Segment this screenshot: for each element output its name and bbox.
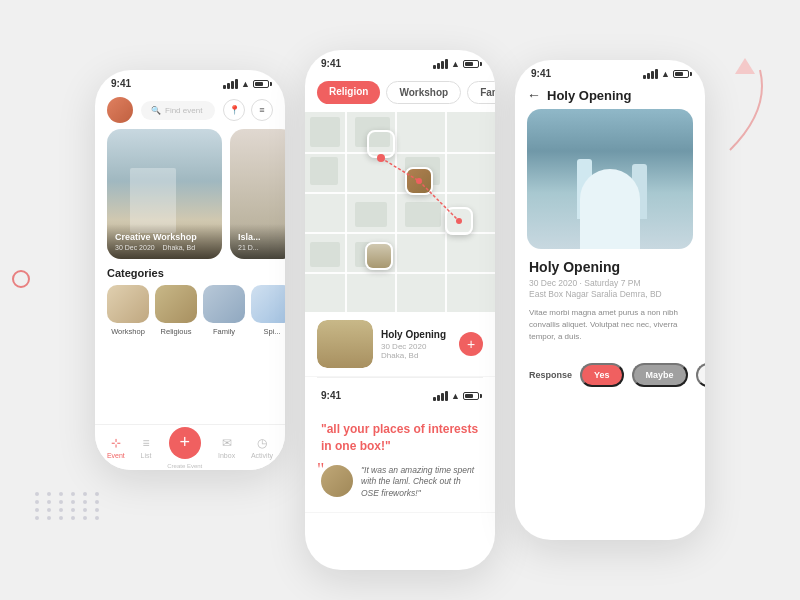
filter-religion[interactable]: Religion [317, 81, 380, 104]
phone2-status-bar-2: 9:41 ▲ [305, 382, 495, 405]
nav-event[interactable]: ⊹ Event [107, 436, 125, 459]
detail-image [527, 109, 693, 249]
event-card-overlay: Creative Workshop 30 Dec 2020 Dhaka, Bd [107, 224, 222, 259]
nav-create-label: Create Event [167, 463, 202, 469]
nav-list-label: List [141, 452, 152, 459]
nav-list[interactable]: ≡ List [141, 436, 152, 459]
maybe-button[interactable]: Maybe [632, 363, 688, 387]
location-icon[interactable]: 📍 [223, 99, 245, 121]
phone2-time: 9:41 [321, 58, 341, 69]
response-section: Response Yes Maybe No [515, 363, 705, 387]
phone3-time: 9:41 [531, 68, 551, 79]
quote-mark: " [317, 461, 324, 479]
nav-create[interactable]: + Create Event [167, 427, 202, 469]
bottom-nav: ⊹ Event ≡ List + Create Event ✉ Inbox ◷ … [95, 424, 285, 470]
nav-inbox[interactable]: ✉ Inbox [218, 436, 235, 459]
no-button[interactable]: No [696, 363, 705, 387]
category-workshop-img [107, 285, 149, 323]
menu-icon[interactable]: ≡ [251, 99, 273, 121]
bg-decoration-circle-left [12, 270, 30, 288]
map-pin-2[interactable] [405, 167, 433, 195]
nav-event-label: Event [107, 452, 125, 459]
category-workshop[interactable]: Workshop [107, 285, 149, 336]
category-workshop-label: Workshop [111, 327, 145, 336]
nav-activity-label: Activity [251, 452, 273, 459]
arch [580, 169, 640, 249]
phone2-wifi-2: ▲ [451, 391, 460, 401]
event-title: Holy Opening [381, 329, 451, 340]
phone-2-map: 9:41 ▲ Religion Workshop Family [305, 50, 495, 570]
phone2-status-icons: ▲ [433, 59, 479, 69]
search-icon: 🔍 [151, 106, 161, 115]
phone3-status-bar: 9:41 ▲ [515, 60, 705, 83]
quote-user: " "It was an amazing time spent with the… [321, 465, 479, 501]
bg-decoration-triangle [735, 58, 755, 74]
categories-section: Categories Workshop Religious Family Spi… [95, 259, 285, 340]
category-religious-img [155, 285, 197, 323]
event-date: 30 Dec 2020 [381, 342, 451, 351]
phone2-time-2: 9:41 [321, 390, 341, 401]
nav-activity[interactable]: ◷ Activity [251, 436, 273, 459]
event-card-2-overlay: Isla... 21 D... [230, 224, 285, 259]
event-list-img [317, 320, 373, 368]
detail-title: Holy Opening [529, 259, 691, 275]
map-pin-1[interactable] [367, 130, 395, 158]
detail-info: Holy Opening 30 Dec 2020 · Saturday 7 PM… [515, 249, 705, 363]
categories-row: Workshop Religious Family Spi... [107, 285, 273, 336]
phone3-header: ← Holy Opening [515, 83, 705, 109]
categories-title: Categories [107, 267, 273, 279]
filter-workshop[interactable]: Workshop [386, 81, 461, 104]
header-icons: 📍 ≡ [223, 99, 273, 121]
quote-text: "It was an amazing time spent with the l… [361, 465, 479, 501]
category-sports-label: Spi... [263, 327, 280, 336]
event-card-workshop[interactable]: Creative Workshop 30 Dec 2020 Dhaka, Bd [107, 129, 222, 259]
search-placeholder: Find event [165, 106, 202, 115]
map-pin-3[interactable] [445, 207, 473, 235]
bg-decoration-dots [35, 492, 103, 520]
search-bar[interactable]: 🔍 Find event [141, 101, 215, 120]
phone3-signal [643, 69, 658, 79]
back-button[interactable]: ← [527, 87, 541, 103]
avatar[interactable] [107, 97, 133, 123]
map-area[interactable] [305, 112, 495, 312]
category-sports[interactable]: Spi... [251, 285, 285, 336]
phone2-wifi-icon: ▲ [451, 59, 460, 69]
event-icon: ⊹ [111, 436, 121, 450]
quote-section: "all your places of interests in one box… [305, 405, 495, 513]
event-card-2-title: Isla... [238, 232, 285, 243]
phone1-status-bar: 9:41 ▲ [95, 70, 285, 93]
category-family-label: Family [213, 327, 235, 336]
wifi-icon: ▲ [241, 79, 250, 89]
divider [317, 377, 483, 378]
create-event-button[interactable]: + [169, 427, 201, 459]
event-card-islam[interactable]: Isla... 21 D... [230, 129, 285, 259]
event-list-info: Holy Opening 30 Dec 2020 Dhaka, Bd [381, 329, 451, 360]
event-card-date: 30 Dec 2020 Dhaka, Bd [115, 244, 214, 251]
yes-button[interactable]: Yes [580, 363, 624, 387]
filter-tabs: Religion Workshop Family [305, 73, 495, 112]
event-card-title: Creative Workshop [115, 232, 214, 243]
category-family[interactable]: Family [203, 285, 245, 336]
category-religious[interactable]: Religious [155, 285, 197, 336]
map-pin-mosque-main[interactable] [365, 242, 393, 270]
phone2-status-icons-2: ▲ [433, 391, 479, 401]
category-religious-label: Religious [161, 327, 192, 336]
event-list-item-holy[interactable]: Holy Opening 30 Dec 2020 Dhaka, Bd + [305, 312, 495, 377]
quote-avatar: " [321, 465, 353, 497]
list-icon: ≡ [142, 436, 149, 450]
phone2-status-bar: 9:41 ▲ [305, 50, 495, 73]
phone1-time: 9:41 [111, 78, 131, 89]
event-add-button[interactable]: + [459, 332, 483, 356]
battery-icon [253, 80, 269, 88]
filter-family[interactable]: Family [467, 81, 495, 104]
event-card-2-date: 21 D... [238, 244, 285, 251]
event-location: Dhaka, Bd [381, 351, 451, 360]
phone2-signal-icon [433, 59, 448, 69]
detail-description: Vitae morbi magna amet purus a non nibh … [529, 307, 691, 343]
detail-location: East Box Nagar Saralia Demra, BD [529, 289, 691, 299]
phone2-signal-2 [433, 391, 448, 401]
phone3-battery [673, 70, 689, 78]
inbox-icon: ✉ [222, 436, 232, 450]
category-sports-img [251, 285, 285, 323]
response-label: Response [529, 370, 572, 380]
